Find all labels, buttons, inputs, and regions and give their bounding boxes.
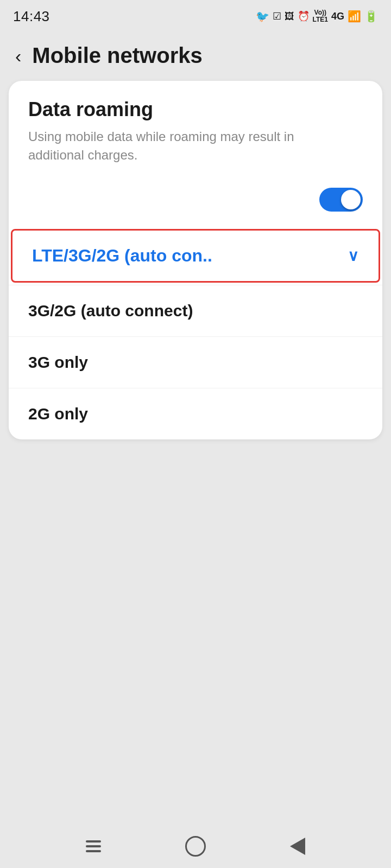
- status-time: 14:43: [13, 8, 50, 25]
- alarm-icon: ⏰: [298, 10, 310, 22]
- network-option-3g-only[interactable]: 3G only: [9, 336, 382, 388]
- network-option-2g-only[interactable]: 2G only: [9, 388, 382, 439]
- data-roaming-description: Using mobile data while roaming may resu…: [28, 127, 300, 164]
- status-bar: 14:43 🐦 ☑ 🖼 ⏰ Vo)) LTE1 4G 📶 🔋: [0, 0, 391, 33]
- network-mode-selected: LTE/3G/2G (auto con..: [32, 246, 212, 266]
- twitter-icon: 🐦: [256, 10, 269, 23]
- page-header: ‹ Mobile networks: [0, 33, 391, 81]
- recent-apps-button[interactable]: [86, 840, 101, 852]
- data-roaming-title: Data roaming: [28, 98, 363, 121]
- check-icon: ☑: [273, 10, 281, 22]
- network-mode-dropdown[interactable]: LTE/3G/2G (auto con.. ∨: [11, 229, 380, 283]
- image-icon: 🖼: [285, 11, 294, 22]
- home-button[interactable]: [185, 836, 206, 857]
- data-roaming-toggle[interactable]: [319, 188, 363, 212]
- toggle-knob: [341, 190, 361, 209]
- page-title: Mobile networks: [32, 43, 202, 68]
- settings-card: Data roaming Using mobile data while roa…: [9, 81, 382, 439]
- chevron-down-icon: ∨: [348, 247, 359, 265]
- status-right-icons: 🐦 ☑ 🖼 ⏰ Vo)) LTE1 4G 📶 🔋: [256, 9, 378, 23]
- toggle-row: [9, 179, 382, 227]
- data-roaming-section: Data roaming Using mobile data while roa…: [9, 81, 382, 179]
- back-nav-button[interactable]: [290, 838, 305, 855]
- 4g-icon: 4G: [331, 11, 344, 22]
- back-button[interactable]: ‹: [15, 47, 21, 65]
- network-option-3g2g[interactable]: 3G/2G (auto connect): [9, 285, 382, 336]
- bottom-navigation: [0, 825, 391, 868]
- battery-icon: 🔋: [364, 10, 378, 23]
- signal-icon: 📶: [348, 10, 361, 23]
- volte-indicator: Vo)) LTE1: [313, 9, 328, 23]
